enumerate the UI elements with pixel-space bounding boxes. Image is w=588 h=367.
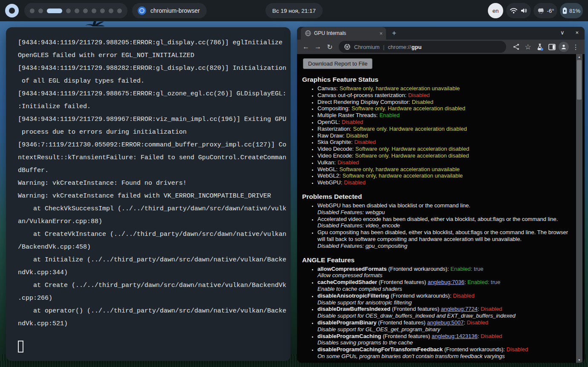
window-chevron-button[interactable]: ∨ <box>560 29 565 36</box>
clock-label: Вс 19 ноя, 21:17 <box>272 8 316 14</box>
back-button[interactable]: ← <box>300 43 311 51</box>
feature-status-list: Canvas:Software only, hardware accelerat… <box>302 85 573 186</box>
terminal-line: at Create (../../third_party/dawn/src/da… <box>18 279 291 292</box>
browser-menu-button[interactable]: ⋮ <box>570 43 581 51</box>
experiments-button[interactable] <box>534 43 545 51</box>
tab-close-button[interactable]: × <box>379 30 383 37</box>
workspace-dot[interactable] <box>100 9 105 13</box>
problem-disabled-features: Disabled Features: gpu_compositing <box>317 243 573 249</box>
scrollbar-thumb[interactable] <box>577 60 582 100</box>
problem-disabled-features: Disabled Features: video_encode <box>317 222 573 229</box>
reload-button[interactable]: ↻ <box>324 43 335 51</box>
omnibox-url-scheme: chrome:// <box>388 44 411 50</box>
terminal-line: process due to errors during initializat… <box>18 126 291 139</box>
person-icon <box>561 44 567 50</box>
terminal-line: OpenGLES failed with error EGL_NOT_INITI… <box>18 49 291 62</box>
feature-status-item: Raw Draw:Disabled <box>317 132 573 139</box>
window-close-button[interactable]: × <box>575 29 579 36</box>
feature-status-item: Canvas:Software only, hardware accelerat… <box>317 85 573 92</box>
workspace-dot[interactable] <box>66 9 71 13</box>
angle-feature-description: Disable support for GL_OES_get_program_b… <box>317 326 573 333</box>
angle-feature-name: disableAnisotropicFiltering <box>317 292 389 299</box>
battery-icon <box>562 7 567 14</box>
scroll-up-arrow[interactable]: ▲ <box>578 55 581 59</box>
angle-feature-meta: (Frontend features) <box>377 319 427 326</box>
scroll-down-arrow[interactable]: ▼ <box>578 358 581 362</box>
side-panel-button[interactable] <box>546 44 557 50</box>
feature-value: Disabled <box>412 99 433 105</box>
workspace-dot[interactable] <box>117 9 122 13</box>
angle-feature-extra: : true <box>471 266 484 272</box>
browser-toolbar: ← → ↻ Chromium | chrome:// gpu ☆ <box>297 40 585 54</box>
omnibox[interactable]: Chromium | chrome:// gpu <box>339 41 506 53</box>
feature-value: Software only. Hardware acceleration dis… <box>353 126 467 132</box>
quick-settings-button[interactable] <box>506 3 531 18</box>
download-report-button[interactable]: Download Report to File <box>303 58 372 69</box>
workspace-dot[interactable] <box>75 9 79 13</box>
launcher-button[interactable] <box>5 4 19 17</box>
angle-feature-name: disableDrawBuffersIndexed <box>317 306 390 312</box>
feature-label: Skia Graphite: <box>317 139 352 145</box>
feature-label: WebGL2: <box>317 172 341 179</box>
problem-item: Gpu compositing has been disabled, eithe… <box>317 229 573 249</box>
angle-feature-item: disableProgramCaching (Frontend features… <box>317 333 573 347</box>
feature-value: Disabled <box>408 92 430 98</box>
tab-strip: GPU Internals × + ∨ × <box>297 27 585 40</box>
angle-feature-meta: (Frontend features) <box>381 333 432 339</box>
workspace-dot[interactable] <box>109 9 113 13</box>
feature-status-item: Rasterization:Software only. Hardware ac… <box>317 126 573 132</box>
feature-label: Raw Draw: <box>317 132 345 139</box>
workspace-dot[interactable] <box>83 9 88 13</box>
angle-feature-meta: (Frontend workarounds): <box>443 346 507 353</box>
bookmark-star-button[interactable]: ☆ <box>522 43 533 52</box>
terminal-line: ntextResult::kTransientFailure: Failed t… <box>18 152 291 164</box>
workspace-dot[interactable] <box>38 9 43 13</box>
new-tab-button[interactable]: + <box>392 29 396 37</box>
angle-feature-name: disableProgramCachingForTransformFeedbac… <box>317 346 443 353</box>
anglebug-link[interactable]: anglebug:7724 <box>441 306 478 312</box>
angle-feature-name: disableProgramCaching <box>317 333 381 339</box>
workspace-dot[interactable] <box>47 9 62 13</box>
terminal-line: ndVk.cpp:344) <box>18 267 291 279</box>
language-indicator[interactable]: en <box>488 3 503 18</box>
feature-value: Software only, hardware acceleration una… <box>343 172 463 179</box>
side-panel-icon <box>548 44 556 50</box>
wifi-icon <box>510 8 517 14</box>
taskbar: chromium-browser Вс 19 ноя, 21:17 en -6° <box>0 0 588 21</box>
anglebug-link[interactable]: anglebug:5007 <box>427 319 464 326</box>
tab-gpu-internals[interactable]: GPU Internals × <box>301 27 386 40</box>
terminal-line: at operator() (../../third_party/dawn/sr… <box>18 305 291 318</box>
problem-disabled-features: Disabled Features: webgpu <box>317 209 573 216</box>
terminal-line: [9434:9434:1119/211729.988205:ERROR:gl_d… <box>18 37 291 49</box>
anglebug-link[interactable]: anglebug:1423136 <box>432 333 478 339</box>
section-title-graphics-feature-status: Graphics Feature Status <box>302 75 573 83</box>
angle-feature-description: Disable support for anisotropic filterin… <box>317 299 573 306</box>
terminal-line: at CreateVkInstance (../../third_party/d… <box>18 228 291 241</box>
omnibox-origin: Chromium <box>354 44 380 50</box>
problem-item: WebGPU has been disabled via blocklist o… <box>317 202 573 216</box>
angle-feature-item: allowCompressedFormats (Frontend workaro… <box>317 266 573 279</box>
share-button[interactable] <box>510 43 522 50</box>
feature-label: OpenGL: <box>317 119 340 125</box>
terminal-output: [9434:9434:1119/211729.988205:ERROR:gl_d… <box>18 37 291 330</box>
profile-button[interactable] <box>558 42 569 52</box>
angle-feature-status: Disabled <box>481 333 502 339</box>
site-info-chromium-icon[interactable] <box>344 43 351 50</box>
problems-list: WebGPU has been disabled via blocklist o… <box>302 202 573 249</box>
battery-widget[interactable]: 81% <box>560 3 583 18</box>
section-title-problems-detected: Problems Detected <box>302 192 573 201</box>
chromium-icon <box>137 6 147 15</box>
clock-button[interactable]: Вс 19 ноя, 21:17 <box>265 3 323 18</box>
feature-value: Software only, hardware acceleration una… <box>339 166 459 172</box>
scrollbar[interactable]: ▲ ▼ <box>576 54 582 363</box>
terminal-line: Warning: vkCreateInstance: Found no driv… <box>18 177 291 190</box>
workspace-dot[interactable] <box>30 9 35 13</box>
anglebug-link[interactable]: anglebug:7036 <box>428 279 464 285</box>
angle-feature-description: Disables saving programs to the cache <box>317 339 573 346</box>
forward-button[interactable]: → <box>312 43 323 51</box>
workspace-dot[interactable] <box>92 9 96 13</box>
weather-widget[interactable]: -6° <box>533 3 557 18</box>
taskbar-app-chromium[interactable]: chromium-browser <box>132 3 207 18</box>
feature-value: Software only, hardware acceleration una… <box>340 85 460 92</box>
terminal-line: [9434:9434:1119/211729.989967:ERROR:viz_… <box>18 113 291 126</box>
